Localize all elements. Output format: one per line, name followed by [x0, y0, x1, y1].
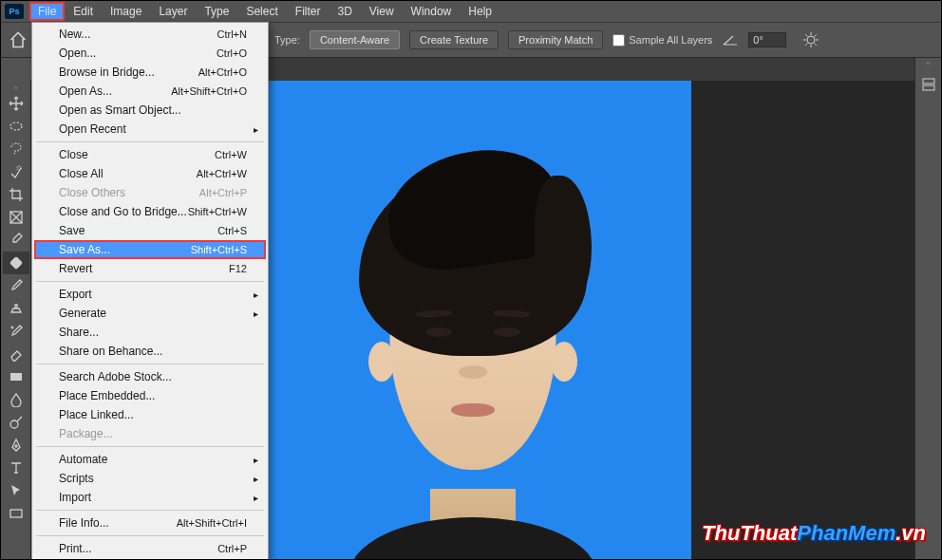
type-label: Type:: [274, 34, 300, 46]
svg-rect-10: [923, 85, 934, 90]
menu-item-new[interactable]: New...Ctrl+N: [34, 25, 266, 44]
menu-item-close-others: Close OthersAlt+Ctrl+P: [34, 183, 266, 202]
menubar: Ps File Edit Image Layer Type Select Fil…: [1, 1, 941, 22]
menu-filter[interactable]: Filter: [287, 2, 330, 21]
pen-tool[interactable]: [3, 434, 29, 457]
angle-icon: [722, 33, 739, 47]
type-tool[interactable]: [3, 457, 29, 479]
svg-point-6: [10, 420, 18, 428]
eraser-tool[interactable]: [3, 343, 29, 365]
lasso-tool[interactable]: [3, 138, 29, 160]
expand-toolbox-icon[interactable]: »: [1, 83, 30, 92]
menu-image[interactable]: Image: [102, 2, 150, 21]
content-aware-button[interactable]: Content-Aware: [310, 30, 400, 49]
healing-brush-tool[interactable]: [3, 252, 29, 274]
menu-item-open-as[interactable]: Open As...Alt+Shift+Ctrl+O: [34, 82, 266, 101]
menu-item-share[interactable]: Share...: [34, 323, 266, 342]
menu-item-generate[interactable]: Generate: [34, 304, 266, 323]
blur-tool[interactable]: [3, 388, 29, 411]
watermark: ThuThuatPhanMem.vn: [702, 521, 926, 546]
menu-item-place-embedded[interactable]: Place Embedded...: [34, 386, 266, 405]
clone-stamp-tool[interactable]: [3, 297, 29, 320]
menu-item-close-all[interactable]: Close AllAlt+Ctrl+W: [34, 164, 266, 183]
menu-item-search-adobe-stock[interactable]: Search Adobe Stock...: [34, 367, 266, 386]
panel-icon[interactable]: [919, 75, 938, 94]
file-menu-dropdown: New...Ctrl+NOpen...Ctrl+OBrowse in Bridg…: [31, 22, 269, 560]
menu-item-save[interactable]: SaveCtrl+S: [34, 221, 266, 240]
angle-input[interactable]: [748, 32, 786, 47]
proximity-match-button[interactable]: Proximity Match: [508, 30, 603, 49]
menu-item-close[interactable]: CloseCtrl+W: [34, 145, 266, 164]
menu-item-close-and-go-to-bridge[interactable]: Close and Go to Bridge...Shift+Ctrl+W: [34, 202, 266, 221]
svg-point-0: [807, 36, 815, 44]
menu-item-open-as-smart-object[interactable]: Open as Smart Object...: [34, 101, 266, 120]
menu-item-package: Package...: [34, 424, 266, 443]
eyedropper-tool[interactable]: [3, 229, 29, 252]
svg-point-7: [15, 445, 17, 447]
menu-file[interactable]: File: [29, 2, 65, 21]
svg-point-1: [10, 122, 22, 130]
menu-window[interactable]: Window: [403, 2, 461, 21]
frame-tool[interactable]: [3, 206, 29, 229]
app-logo: Ps: [5, 4, 24, 19]
menu-item-place-linked[interactable]: Place Linked...: [34, 405, 266, 424]
dodge-tool[interactable]: [3, 411, 29, 434]
crop-tool[interactable]: [3, 183, 29, 206]
menu-view[interactable]: View: [361, 2, 403, 21]
menu-type[interactable]: Type: [196, 2, 237, 21]
toolbox: »: [1, 81, 31, 559]
menu-select[interactable]: Select: [237, 2, 286, 21]
menu-item-revert[interactable]: RevertF12: [34, 259, 266, 278]
menu-help[interactable]: Help: [460, 2, 500, 21]
menu-item-open-recent[interactable]: Open Recent: [34, 120, 266, 139]
menu-3d[interactable]: 3D: [329, 2, 360, 21]
menu-layer[interactable]: Layer: [150, 2, 196, 21]
move-tool[interactable]: [3, 92, 29, 115]
expand-right-panel-icon[interactable]: «: [915, 58, 941, 67]
menu-item-browse-in-bridge[interactable]: Browse in Bridge...Alt+Ctrl+O: [34, 63, 266, 82]
svg-rect-8: [10, 510, 22, 517]
quick-selection-tool[interactable]: [3, 160, 29, 183]
menu-item-share-on-behance[interactable]: Share on Behance...: [34, 342, 266, 361]
create-texture-button[interactable]: Create Texture: [409, 30, 499, 49]
menu-item-open[interactable]: Open...Ctrl+O: [34, 44, 266, 63]
svg-rect-4: [9, 256, 22, 270]
history-brush-tool[interactable]: [3, 320, 29, 343]
menu-item-export[interactable]: Export: [34, 285, 266, 304]
menu-item-file-info[interactable]: File Info...Alt+Shift+Ctrl+I: [34, 513, 266, 532]
menu-item-save-as[interactable]: Save As...Shift+Ctrl+S: [34, 240, 266, 259]
path-selection-tool[interactable]: [3, 479, 29, 502]
right-panel: «: [914, 58, 941, 559]
canvas[interactable]: [254, 81, 691, 559]
marquee-tool[interactable]: [3, 115, 29, 138]
brush-tool[interactable]: [3, 274, 29, 297]
menu-item-import[interactable]: Import: [34, 488, 266, 507]
svg-rect-5: [10, 373, 22, 381]
menu-item-print[interactable]: Print...Ctrl+P: [34, 539, 266, 558]
gradient-tool[interactable]: [3, 365, 29, 388]
rectangle-tool[interactable]: [3, 502, 29, 525]
sample-all-layers-checkbox[interactable]: Sample All Layers: [612, 34, 712, 47]
svg-rect-9: [923, 79, 934, 84]
portrait-image: [321, 166, 625, 559]
menu-item-automate[interactable]: Automate: [34, 450, 266, 469]
brush-settings-icon[interactable]: [803, 32, 819, 47]
menu-edit[interactable]: Edit: [65, 2, 102, 21]
home-icon[interactable]: [9, 30, 28, 49]
menu-item-scripts[interactable]: Scripts: [34, 469, 266, 488]
